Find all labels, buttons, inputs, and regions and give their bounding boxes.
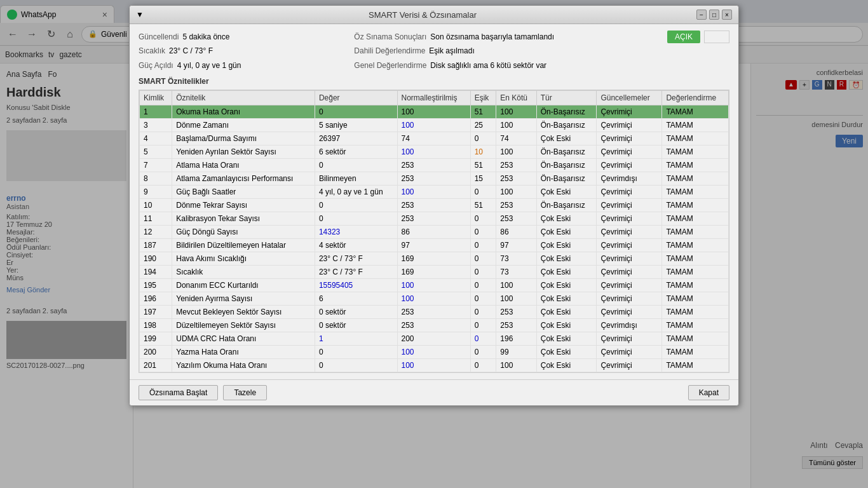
cell-guncelleme: Çevrimdışı (597, 319, 662, 332)
th-tur: Tür (536, 91, 597, 105)
table-row[interactable]: 10 Dönme Tekrar Sayısı 0 253 51 253 Ön-B… (140, 199, 729, 212)
cell-id: 194 (140, 266, 172, 279)
cell-name: Dönme Tekrar Sayısı (172, 199, 315, 212)
cell-name: Düzeltilemeyen Sektör Sayısı (172, 319, 315, 332)
cell-norm: 86 (397, 226, 470, 239)
cell-guncelleme: Çevrimiçi (597, 292, 662, 306)
table-row[interactable]: 200 Yazma Hata Oranı 0 100 0 99 Çok Eski… (140, 346, 729, 359)
table-row[interactable]: 9 Güç Bağlı Saatler 4 yıl, 0 ay ve 1 gün… (140, 186, 729, 199)
cell-esik: 0 (470, 292, 496, 306)
cell-guncelleme: Çevrimiçi (597, 212, 662, 226)
cell-value: 0 (315, 159, 397, 172)
cell-norm: 100 (397, 292, 470, 306)
cell-value: 0 sektör (315, 319, 397, 332)
table-row[interactable]: 5 Yeniden Ayrılan Sektör Sayısı 6 sektör… (140, 146, 729, 159)
cell-tur: Ön-Başarısız (536, 172, 597, 186)
smart-table-body: 1 Okuma Hata Oranı 0 100 51 100 Ön-Başar… (140, 105, 729, 372)
cell-name: Yazma Hata Oranı (172, 346, 315, 359)
cell-degerlendirme: TAMAM (662, 292, 729, 306)
cell-name: Yeniden Ayırma Sayısı (172, 292, 315, 306)
cell-esik: 0 (470, 279, 496, 292)
table-row[interactable]: 194 Sıcaklık 23° C / 73° F 169 0 73 Çok … (140, 266, 729, 279)
dialog-min-button[interactable]: − (696, 10, 707, 20)
smart-table-wrapper[interactable]: Kimlik Öznitelik Değer Normalleştirilmiş… (139, 90, 729, 373)
cell-enkotu: 253 (496, 199, 536, 212)
cell-enkotu: 100 (496, 359, 536, 372)
cell-tur: Çok Eski (536, 186, 597, 199)
table-row[interactable]: 187 Bildirilen Düzeltilemeyen Hatalar 4 … (140, 239, 729, 252)
oz-sinav-label: Öz Sınama Sonuçları (354, 30, 426, 43)
dialog-controls: − □ × (696, 10, 732, 20)
th-oznitelik: Öznitelik (172, 91, 315, 105)
cell-enkotu: 100 (496, 292, 536, 306)
cell-value: 23° C / 73° F (315, 252, 397, 266)
cell-name: Sıcaklık (172, 266, 315, 279)
cell-id: 198 (140, 319, 172, 332)
cell-guncelleme: Çevrimiçi (597, 239, 662, 252)
cell-enkotu: 100 (496, 119, 536, 132)
cell-name: Atlama Hata Oranı (172, 159, 315, 172)
cell-norm: 253 (397, 306, 470, 319)
guncellendi-label: Güncellendi (139, 30, 179, 43)
cell-value: 6 (315, 292, 397, 306)
cell-tur: Ön-Başarısız (536, 146, 597, 159)
cell-guncelleme: Çevrimiçi (597, 359, 662, 372)
cell-guncelleme: Çevrimdışı (597, 172, 662, 186)
table-row[interactable]: 196 Yeniden Ayırma Sayısı 6 100 0 100 Ço… (140, 292, 729, 306)
cell-enkotu: 253 (496, 159, 536, 172)
modal-overlay: ▼ SMART Verisi & Özsınamalar − □ × Günce… (0, 0, 868, 488)
table-row[interactable]: 11 Kalibrasyon Tekar Sayısı 0 253 0 253 … (140, 212, 729, 226)
table-row[interactable]: 7 Atlama Hata Oranı 0 253 51 253 Ön-Başa… (140, 159, 729, 172)
table-row[interactable]: 4 Başlama/Durma Sayımı 26397 74 0 74 Çok… (140, 132, 729, 146)
table-row[interactable]: 197 Mevcut Bekleyen Sektör Sayısı 0 sekt… (140, 306, 729, 319)
cell-name: Güç Döngü Sayısı (172, 226, 315, 239)
dialog-max-button[interactable]: □ (709, 10, 719, 20)
th-guncellemeler: Güncellemeler (597, 91, 662, 105)
ozsinav-button[interactable]: Özsınama Başlat (139, 385, 218, 400)
table-row[interactable]: 12 Güç Döngü Sayısı 14323 86 0 86 Çok Es… (140, 226, 729, 239)
info-section: Güncellendi 5 dakika önce Sıcaklık 23° C… (139, 30, 729, 72)
cell-tur: Çok Eski (536, 306, 597, 319)
cell-value: 23° C / 73° F (315, 266, 397, 279)
cell-tur: Çok Eski (536, 359, 597, 372)
cell-guncelleme: Çevrimiçi (597, 105, 662, 119)
cell-degerlendirme: TAMAM (662, 212, 729, 226)
th-degerlendirme: Değerlendirme (662, 91, 729, 105)
table-row[interactable]: 198 Düzeltilemeyen Sektör Sayısı 0 sektö… (140, 319, 729, 332)
cell-value: 4 yıl, 0 ay ve 1 gün (315, 186, 397, 199)
table-row[interactable]: 201 Yazılım Okuma Hata Oranı 0 100 0 100… (140, 359, 729, 372)
dialog-footer: Özsınama Başlat Tazele Kapat (130, 379, 738, 405)
info-col-middle: Öz Sınama Sonuçları Son özsınama başarıy… (354, 30, 554, 72)
cell-tur: Ön-Başarısız (536, 119, 597, 132)
cell-value: 26397 (315, 132, 397, 146)
cell-id: 190 (140, 252, 172, 266)
cell-tur: Ön-Başarısız (536, 159, 597, 172)
cell-enkotu: 253 (496, 306, 536, 319)
table-row[interactable]: 199 UDMA CRC Hata Oranı 1 200 0 196 Çok … (140, 332, 729, 346)
th-esik: Eşik (470, 91, 496, 105)
cell-esik: 0 (470, 226, 496, 239)
cell-degerlendirme: TAMAM (662, 146, 729, 159)
kapat-button[interactable]: Kapat (688, 385, 729, 400)
table-row[interactable]: 3 Dönme Zamanı 5 saniye 100 25 100 Ön-Ba… (140, 119, 729, 132)
acik-button[interactable]: AÇIK (667, 30, 700, 43)
cell-guncelleme: Çevrimiçi (597, 346, 662, 359)
dahili-value: Eşik aşılmadı (429, 44, 474, 57)
table-row[interactable]: 190 Hava Akımı Sıcaklığı 23° C / 73° F 1… (140, 252, 729, 266)
cell-tur: Çok Eski (536, 252, 597, 266)
cell-norm: 100 (397, 346, 470, 359)
table-row[interactable]: 8 Atlama Zamanlayıcısı Performansı Bilin… (140, 172, 729, 186)
table-row[interactable]: 195 Donanım ECC Kurtarıldı 15595405 100 … (140, 279, 729, 292)
sicaklik-label: Sıcaklık (139, 44, 165, 57)
dialog-title: SMART Verisi & Özsınamalar (369, 10, 477, 20)
cell-guncelleme: Çevrimiçi (597, 306, 662, 319)
cell-degerlendirme: TAMAM (662, 132, 729, 146)
cell-enkotu: 253 (496, 319, 536, 332)
cell-esik: 0 (470, 359, 496, 372)
sicaklik-value: 23° C / 73° F (169, 44, 213, 57)
cell-enkotu: 253 (496, 172, 536, 186)
tazele-button[interactable]: Tazele (223, 385, 267, 400)
dialog-close-button[interactable]: × (722, 10, 732, 20)
smart-dialog: ▼ SMART Verisi & Özsınamalar − □ × Günce… (129, 5, 739, 406)
table-row[interactable]: 1 Okuma Hata Oranı 0 100 51 100 Ön-Başar… (140, 105, 729, 119)
